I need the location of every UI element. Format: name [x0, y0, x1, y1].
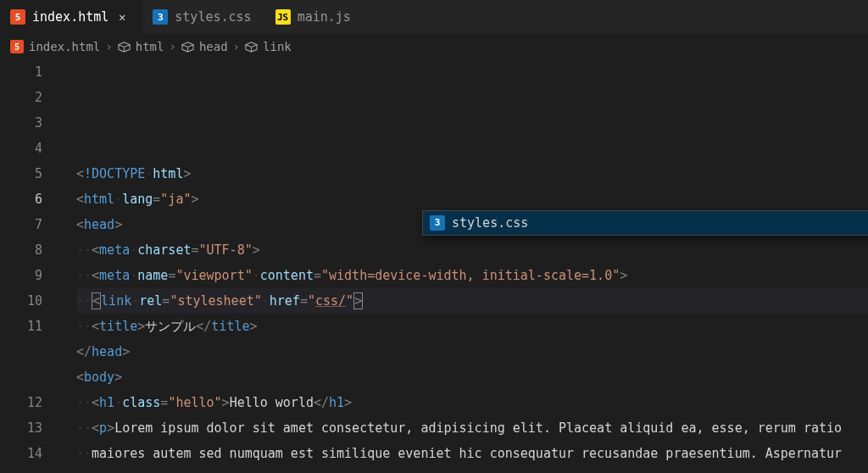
symbol-element-icon	[118, 41, 131, 53]
breadcrumb-separator: ›	[233, 40, 240, 53]
breadcrumb-separator: ›	[169, 40, 175, 53]
css3-icon: 3	[153, 9, 168, 25]
breadcrumb-part-html[interactable]: html	[136, 40, 164, 53]
line-number: 8	[0, 237, 42, 263]
suggestion-label: styles.css	[452, 210, 528, 236]
line-number: 9	[0, 263, 42, 288]
line-number: 15	[0, 466, 42, 473]
code-line[interactable]: <html·lang="ja">	[76, 186, 868, 212]
intellisense-popup[interactable]: 3 styles.css	[422, 210, 868, 236]
code-line[interactable]: ··<title>サンプル</title>	[76, 314, 868, 339]
line-number-gutter: 123456789101112131415	[0, 59, 59, 473]
breadcrumb[interactable]: 5 index.html › html › head › link	[0, 34, 868, 59]
line-number: 7	[0, 212, 42, 237]
code-line[interactable]: <body>	[76, 364, 868, 390]
symbol-element-icon	[181, 41, 194, 53]
code-line[interactable]: ··<link·rel="stylesheet"·href="css/">	[76, 288, 868, 314]
line-number: 2	[0, 85, 42, 110]
code-line[interactable]: ··maiores autem sed numquam est similiqu…	[76, 441, 868, 466]
line-number: 1	[0, 59, 42, 85]
line-number: 10	[0, 288, 42, 314]
editor-tab-html5[interactable]: 5index.html✕	[0, 0, 142, 34]
line-number: 14	[0, 441, 42, 466]
breadcrumb-part-link[interactable]: link	[263, 40, 292, 53]
code-line[interactable]: ··<meta·name="viewport"·content="width=d…	[76, 263, 868, 288]
line-number	[0, 364, 42, 390]
line-number: 4	[0, 136, 42, 161]
editor-tab-js[interactable]: JSmain.js	[265, 0, 364, 34]
tab-label: index.html	[32, 9, 108, 25]
code-editor[interactable]: 123456789101112131415 3 styles.css <!DOC…	[0, 59, 868, 473]
breadcrumb-part-head[interactable]: head	[199, 40, 228, 53]
symbol-element-icon	[245, 41, 258, 53]
close-icon[interactable]: ✕	[115, 10, 129, 24]
breadcrumb-separator: ›	[105, 40, 112, 53]
code-line[interactable]: ··praesentium.</p>	[76, 466, 868, 473]
code-line[interactable]: ··<meta·charset="UTF-8">	[76, 237, 868, 263]
suggestion-item[interactable]: 3 styles.css	[423, 211, 868, 235]
line-number: 6	[0, 186, 42, 212]
html5-icon: 5	[10, 40, 24, 53]
code-line[interactable]: ··<h1·class="hello">Hello world</h1>	[76, 390, 868, 415]
line-number: 3	[0, 110, 42, 136]
html5-icon: 5	[10, 9, 25, 25]
code-line[interactable]: ··<p>Lorem ipsum dolor sit amet consecte…	[76, 415, 868, 441]
code-line[interactable]: </head>	[76, 339, 868, 364]
code-line[interactable]: <!DOCTYPE·html>	[76, 161, 868, 186]
line-number: 13	[0, 415, 42, 441]
js-icon: JS	[275, 9, 291, 25]
line-number: 11	[0, 314, 42, 339]
line-number: 12	[0, 390, 42, 415]
editor-tabs: 5index.html✕3styles.cssJSmain.js	[0, 0, 868, 34]
editor-tab-css3[interactable]: 3styles.css	[142, 0, 264, 34]
tab-label: styles.css	[175, 9, 251, 25]
code-area[interactable]: 3 styles.css <!DOCTYPE·html><html·lang="…	[59, 59, 868, 473]
line-number	[0, 339, 42, 364]
css3-icon: 3	[430, 215, 445, 231]
breadcrumb-file[interactable]: index.html	[29, 40, 100, 53]
tab-label: main.js	[298, 9, 351, 25]
line-number: 5	[0, 161, 42, 186]
